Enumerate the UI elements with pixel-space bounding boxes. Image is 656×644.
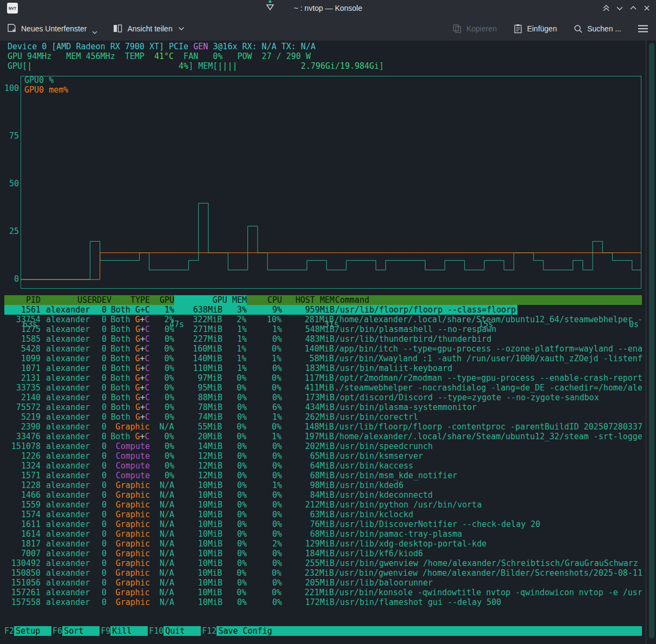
table-row: 1574alexander0GraphicN/A10MiB0%0%63MiB/u… [4, 510, 642, 519]
col-user: USER [46, 295, 97, 305]
fn-action: Sort [62, 626, 100, 636]
y-axis-label: 50 [4, 179, 19, 188]
fn-key: F12 [202, 626, 217, 636]
search-label: Suchen ... [587, 24, 621, 33]
table-row: 157558alexander0GraphicN/A10MiB0%0%172Mi… [4, 597, 642, 607]
chevron-down-icon [178, 27, 185, 31]
close-button[interactable] [641, 2, 653, 14]
table-row: 150850alexander0GraphicN/A10MiB0%0%232Mi… [4, 568, 642, 578]
split-view-label: Ansicht teilen [127, 24, 172, 33]
table-row: 2390alexander0GraphicN/A55MiB0%0%148MiB/… [4, 422, 642, 432]
chart-legend: GPU0 % GPU0 mem% [24, 75, 68, 95]
col-pid: PID [8, 295, 41, 305]
minimize-icon [615, 3, 625, 13]
table-row: 1561alexander0Both G+C1%638MiB3%9%959MiB… [4, 305, 642, 315]
minimize-button[interactable] [614, 2, 626, 14]
toolbar: Neues Unterfenster Ansicht teilen [0, 16, 656, 41]
table-row: 5428alexander0Both G+C0%160MiB1%0%140MiB… [4, 344, 642, 354]
device-info-line: Device 0 [AMD Radeon RX 7900 XT] PCIe GE… [8, 42, 316, 51]
y-axis-label: 75 [4, 131, 19, 141]
close-icon [642, 3, 652, 13]
menu-button[interactable] [638, 24, 648, 33]
search-icon [573, 24, 583, 34]
gpu-chart: GPU0 % GPU0 mem% [21, 76, 641, 289]
copy-label: Kopieren [467, 24, 497, 33]
new-tab-button[interactable]: Neues Unterfenster [6, 23, 97, 34]
gpu-mem-bars: GPU[| 4%] MEM[|||| 2.796Gi/19.984Gi] [8, 61, 384, 71]
table-row: 1226alexander0Compute0%12MiB0%0%65MiB/us… [4, 451, 642, 461]
maximize-button[interactable] [627, 2, 639, 14]
fn-bar: F2SetupF6SortF9KillF10QuitF12Save Config [4, 626, 642, 636]
table-row: 1817alexander0GraphicN/A10MiB0%2%129MiB/… [4, 539, 642, 549]
table-row: 1071alexander0Both G+C0%110MiB1%0%183MiB… [4, 363, 642, 373]
split-view-button[interactable]: Ansicht teilen [113, 23, 184, 34]
keep-above-icon [601, 3, 611, 13]
maximize-icon [628, 3, 638, 13]
table-row: 33735alexander0Both G+C0%95MiB0%0%411MiB… [4, 383, 642, 393]
titlebar[interactable]: NVT ~ : nvtop — Konsole [0, 0, 656, 16]
scrollbar-separator [646, 41, 646, 644]
table-row: 75572alexander0Both G+C0%78MiB0%6%434MiB… [4, 402, 642, 412]
fn-action: Setup [14, 626, 51, 636]
gpu-chart-lines [21, 76, 641, 288]
fn-action: Save Config [217, 626, 642, 636]
table-row: 2140alexander0Both G+C0%88MiB0%0%173MiB/… [4, 393, 642, 402]
table-row: 157261alexander0GraphicN/A10MiB0%0%221Mi… [4, 588, 642, 597]
new-tab-icon [6, 23, 17, 34]
fn-action: Kill [110, 626, 148, 636]
table-row: 1099alexander0Both G+C0%140MiB1%1%58MiB/… [4, 354, 642, 363]
fn-key: F2 [4, 626, 14, 636]
tab-indicator-icon [265, 0, 275, 13]
col-cpu: CPU [247, 295, 282, 305]
table-row: 33754alexander0Both G+C2%322MiB2%10%281M… [4, 315, 642, 324]
fn-key: F6 [53, 626, 62, 636]
table-row: 5219alexander0Both G+C0%74MiB0%1%262MiB/… [4, 412, 642, 422]
table-row: 1611alexander0GraphicN/A10MiB0%0%76MiB/u… [4, 519, 642, 529]
scrollbar[interactable] [647, 41, 656, 644]
y-axis-label: 100 [4, 83, 19, 93]
table-row: 2131alexander0Both G+C0%97MiB0%0%117MiB/… [4, 373, 642, 383]
terminal[interactable]: Device 0 [AMD Radeon RX 7900 XT] PCIe GE… [0, 41, 656, 644]
fn-action: Quit [163, 626, 201, 636]
gpu-stats-line: GPU 94MHz MEM 456MHz TEMP 41°C FAN 0% PO… [8, 51, 311, 61]
col-gpu: GPU [150, 295, 174, 305]
keep-above-button[interactable] [600, 2, 612, 14]
table-row: 1559alexander0GraphicN/A10MiB0%0%212MiB/… [4, 500, 642, 510]
table-row: 33476alexander0Both G+C0%20MiB0%1%197MiB… [4, 432, 642, 441]
fn-key: F9 [101, 626, 110, 636]
table-row: 1585alexander0Both G+C0%227MiB1%0%483MiB… [4, 334, 642, 344]
new-tab-label: Neues Unterfenster [21, 24, 87, 33]
copy-icon [452, 24, 462, 34]
table-row: 1466alexander0GraphicN/A10MiB0%0%84MiB/u… [4, 490, 642, 500]
table-row: 1324alexander0Compute0%12MiB0%0%64MiB/us… [4, 461, 642, 471]
y-axis-label: 25 [4, 226, 19, 236]
table-row: 130492alexander0GraphicN/A10MiB0%0%255Mi… [4, 558, 642, 568]
konsole-window: NVT ~ : nvtop — Konsole [0, 0, 656, 644]
fn-key: F10 [149, 626, 163, 636]
table-row: 1571alexander0Compute0%12MiB0%0%68MiB/us… [4, 471, 642, 480]
col-type: TYPE [107, 295, 150, 305]
process-table: PID USER DEV TYPE GPU GPU MEM CPU HOST M… [0, 295, 642, 607]
table-row: 7007alexander0GraphicN/A10MiB0%0%184MiB/… [4, 549, 642, 558]
hamburger-icon [638, 24, 648, 33]
split-view-icon [113, 23, 123, 34]
search-button[interactable]: Suchen ... [573, 24, 621, 34]
y-axis-label: 0 [4, 274, 19, 284]
table-row: 151056alexander0GraphicN/A10MiB0%0%205Mi… [4, 578, 642, 588]
paste-icon [513, 24, 523, 34]
chevron-down-icon [92, 31, 97, 35]
paste-label: Einfügen [527, 24, 557, 33]
col-host-mem: HOST MEM [282, 295, 334, 305]
col-dev: DEV [97, 295, 107, 305]
table-row: 1614alexander0GraphicN/A10MiB0%0%68MiB/u… [4, 529, 642, 539]
col-command: Command [335, 295, 642, 305]
table-header: PID USER DEV TYPE GPU GPU MEM CPU HOST M… [4, 295, 642, 305]
table-row: 1228alexander0GraphicN/A10MiB0%1%98MiB/u… [4, 480, 642, 490]
window-title: ~ : nvtop — Konsole [0, 0, 656, 16]
scrollbar-thumb[interactable] [649, 43, 654, 639]
col-gpu-mem-sorted: GPU MEM [174, 295, 247, 305]
process-table-rows: 1561alexander0Both G+C1%638MiB3%9%959MiB… [0, 305, 642, 607]
table-row: 1275alexander0Both G+C0%271MiB1%1%548MiB… [4, 324, 642, 334]
copy-button[interactable]: Kopieren [452, 24, 497, 34]
paste-button[interactable]: Einfügen [513, 24, 557, 34]
